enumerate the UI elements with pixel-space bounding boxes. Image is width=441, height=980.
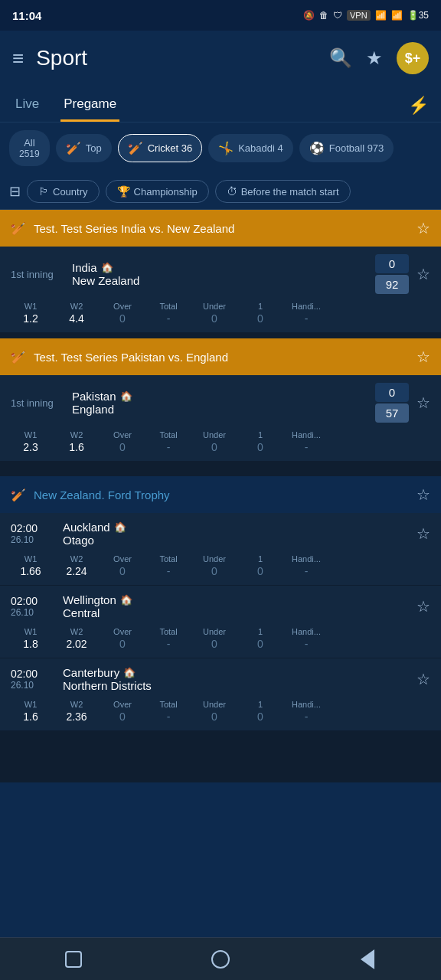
u-odds-total-2[interactable]: Total -	[149, 627, 188, 650]
upcoming-team2-3: Northern Districts	[63, 679, 416, 692]
odds-1-1[interactable]: 1 0	[240, 302, 280, 325]
section-header-1: 🏏 Test. Test Series India vs. New Zealan…	[0, 210, 441, 247]
bottom-navigation	[0, 937, 441, 980]
u-odds-w1-3[interactable]: W1 1.6	[11, 700, 51, 723]
odds-handi-2[interactable]: Handi... -	[286, 430, 326, 453]
upcoming-odds-1: W1 1.66 W2 2.24 Over 0 Total - Under 0	[0, 550, 441, 585]
u-odds-w2-2[interactable]: W2 2.02	[57, 627, 96, 650]
odds-row-1: W1 1.2 W2 4.4 Over 0 Total - Under 0	[0, 297, 441, 332]
before-match-label: Before the match start	[241, 186, 339, 198]
favorites-icon[interactable]: ★	[366, 47, 383, 69]
page-title: Sport	[36, 46, 87, 70]
u-odds-over-3[interactable]: Over 0	[103, 700, 142, 723]
odds-w1-1[interactable]: W1 1.2	[11, 302, 51, 325]
section-header-blue: 🏏 New Zealand. Ford Trophy ☆	[0, 476, 441, 513]
wallet-label: $+	[405, 51, 421, 67]
u-odds-1-1[interactable]: 1 0	[240, 554, 280, 577]
match-card-1: 1st inning India 🏠 New Zealand 0 92	[0, 247, 441, 332]
u-odds-total-3[interactable]: Total -	[149, 700, 188, 723]
upcoming-section: 🏏 New Zealand. Ford Trophy ☆ 02:00 26.10…	[0, 476, 441, 730]
battery-icon: 🔋35	[407, 10, 429, 21]
u-odds-under-2[interactable]: Under 0	[194, 627, 234, 650]
odds-total-2[interactable]: Total -	[149, 430, 188, 453]
odds-under-1[interactable]: Under 0	[194, 302, 234, 325]
score-box-2: 0 57	[375, 383, 409, 423]
u-odds-over-2[interactable]: Over 0	[103, 627, 142, 650]
match-fav-1[interactable]: ☆	[409, 265, 430, 283]
u-odds-w2-3[interactable]: W2 2.36	[57, 700, 96, 723]
nav-home-btn[interactable]	[205, 944, 236, 975]
u-odds-under-1[interactable]: Under 0	[194, 554, 234, 577]
sport-chip-kabaddi[interactable]: 🤸 Kabaddi 4	[208, 134, 293, 162]
odds-over-2[interactable]: Over 0	[103, 430, 142, 453]
series-title-1: Test. Test Series India vs. New Zealand	[34, 222, 234, 235]
wallet-button[interactable]: $+	[397, 42, 429, 74]
nav-back-btn[interactable]	[352, 944, 383, 975]
sport-chip-top[interactable]: 🏏 Top	[56, 134, 112, 162]
u-odds-w2-1[interactable]: W2 2.24	[57, 554, 96, 577]
nav-square-btn[interactable]	[58, 944, 89, 975]
u-odds-total-1[interactable]: Total -	[149, 554, 188, 577]
u-odds-under-3[interactable]: Under 0	[194, 700, 234, 723]
upcoming-info-3: 02:00 26.10 Canterbury 🏠 Northern Distri…	[0, 658, 441, 695]
odds-over-1[interactable]: Over 0	[103, 302, 142, 325]
championship-filter-btn[interactable]: 🏆 Championship	[106, 180, 209, 203]
odds-w2-2[interactable]: W2 1.6	[57, 430, 96, 453]
menu-icon[interactable]: ≡	[12, 47, 24, 70]
odds-1-2[interactable]: 1 0	[240, 430, 280, 453]
u-odds-handi-1[interactable]: Handi... -	[286, 554, 326, 577]
odds-w1-2[interactable]: W1 2.3	[11, 430, 51, 453]
status-icons: 🔕 🗑 🛡 VPN 📶 📶 🔋35	[303, 10, 429, 21]
u-odds-1-2[interactable]: 1 0	[240, 627, 280, 650]
cricket-header-icon: 🏏	[11, 221, 26, 236]
home-icon-u3: 🏠	[123, 667, 136, 678]
upcoming-match-fav-1[interactable]: ☆	[416, 524, 430, 543]
section-header-2: 🏏 Test. Test Series Pakistan vs. England…	[0, 338, 441, 375]
section-header-left-1: 🏏 Test. Test Series India vs. New Zealan…	[11, 221, 234, 236]
wifi-icon: 📶	[391, 10, 403, 21]
u-odds-1-3[interactable]: 1 0	[240, 700, 280, 723]
upcoming-fav-star[interactable]: ☆	[416, 485, 430, 504]
u-odds-w1-1[interactable]: W1 1.66	[11, 554, 51, 577]
search-icon[interactable]: 🔍	[329, 47, 352, 69]
odds-handi-1[interactable]: Handi... -	[286, 302, 326, 325]
series-title-2: Test. Test Series Pakistan vs. England	[34, 351, 228, 364]
sport-chip-football[interactable]: ⚽ Football 973	[299, 134, 394, 162]
series-fav-2[interactable]: ☆	[416, 348, 430, 366]
home-icon-1: 🏠	[101, 262, 113, 273]
u-odds-w1-2[interactable]: W1 1.8	[11, 627, 51, 650]
odds-under-2[interactable]: Under 0	[194, 430, 234, 453]
match-fav-star-1[interactable]: ☆	[416, 266, 430, 283]
tab-live[interactable]: Live	[12, 89, 42, 122]
odds-total-1[interactable]: Total -	[149, 302, 188, 325]
country-filter-btn[interactable]: 🏳 Country	[27, 180, 100, 203]
sport-chip-all[interactable]: All 2519	[9, 130, 50, 166]
square-icon	[65, 951, 82, 968]
mute-icon: 🔕	[303, 10, 315, 21]
upcoming-info-1: 02:00 26.10 Auckland 🏠 Otago ☆	[0, 513, 441, 550]
sport-chip-cricket[interactable]: 🏏 Cricket 36	[118, 134, 203, 162]
country-label: Country	[53, 186, 88, 198]
upcoming-match-fav-3[interactable]: ☆	[416, 670, 430, 688]
cricket-header-icon-2: 🏏	[11, 350, 26, 364]
upcoming-match-fav-2[interactable]: ☆	[416, 597, 430, 616]
lightning-icon[interactable]: ⚡	[408, 96, 429, 116]
upcoming-odds-3: W1 1.6 W2 2.36 Over 0 Total - Under 0	[0, 695, 441, 730]
upcoming-team1-1: Auckland 🏠	[63, 521, 416, 534]
u-odds-handi-2[interactable]: Handi... -	[286, 627, 326, 650]
tab-pregame[interactable]: Pregame	[60, 89, 119, 122]
u-odds-handi-3[interactable]: Handi... -	[286, 700, 326, 723]
series-fav-1[interactable]: ☆	[416, 219, 430, 237]
filter-icon[interactable]: ⊟	[9, 183, 21, 200]
match-fav-star-2[interactable]: ☆	[416, 394, 430, 411]
before-match-filter-btn[interactable]: ⏱ Before the match start	[215, 180, 351, 203]
header-right: 🔍 ★ $+	[329, 42, 429, 74]
u-odds-over-1[interactable]: Over 0	[103, 554, 142, 577]
upcoming-cricket-icon: 🏏	[11, 488, 26, 502]
upcoming-team2-2: Central	[63, 606, 416, 619]
upcoming-team2-1: Otago	[63, 534, 416, 547]
odds-w2-1[interactable]: W2 4.4	[57, 302, 96, 325]
match-fav-2[interactable]: ☆	[409, 394, 430, 412]
kabaddi-label: Kabaddi 4	[238, 142, 283, 154]
match-section-1: 🏏 Test. Test Series India vs. New Zealan…	[0, 210, 441, 332]
